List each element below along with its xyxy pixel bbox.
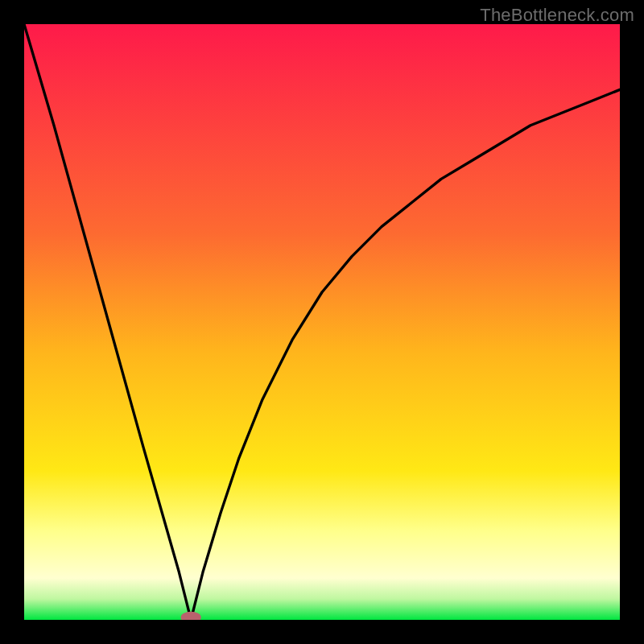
chart-svg [24, 24, 620, 620]
minimum-marker [181, 612, 200, 620]
plot-area [24, 24, 620, 620]
outer-frame: TheBottleneck.com [0, 0, 644, 644]
watermark-text: TheBottleneck.com [480, 5, 634, 26]
gradient-background [24, 24, 620, 620]
